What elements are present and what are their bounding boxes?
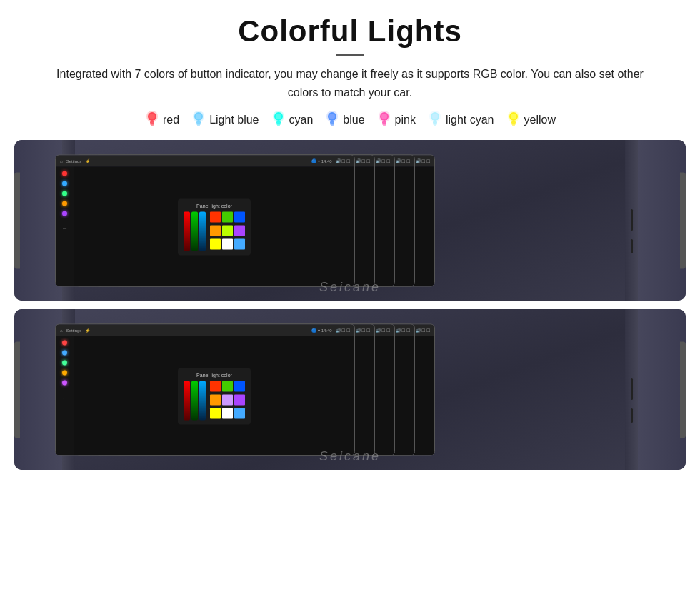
Light blue-label: Light blue: [209, 114, 259, 126]
yellow-label: yellow: [524, 114, 556, 126]
svg-rect-23: [331, 125, 334, 126]
svg-rect-16: [276, 124, 280, 125]
right-handle-bottom: [680, 341, 686, 438]
screens-area-top: ⌂ Settings ⚡🔵 ▾ 14:40 🔊 ☐ ☐←Panel light …: [75, 140, 625, 301]
svg-point-20: [329, 114, 335, 119]
cyan-label: cyan: [289, 114, 314, 126]
pink-bulb-icon: [376, 110, 392, 130]
svg-rect-22: [331, 124, 334, 125]
svg-point-32: [432, 114, 438, 119]
page-container: Colorful Lights Integrated with 7 colors…: [0, 0, 700, 485]
svg-point-38: [511, 114, 516, 119]
svg-point-26: [381, 114, 387, 119]
svg-point-8: [196, 114, 201, 119]
svg-point-2: [149, 114, 155, 119]
cyan-bulb-icon: [271, 110, 286, 130]
svg-rect-9: [196, 121, 201, 124]
title-divider: [336, 54, 364, 56]
left-handle-bottom: [14, 341, 20, 438]
color-item-light-cyan: light cyan: [427, 110, 494, 130]
pink-label: pink: [395, 114, 416, 126]
svg-rect-40: [511, 124, 515, 125]
color-item-blue: blue: [324, 110, 364, 130]
screens-area-bottom: ⌂ Settings ⚡🔵 ▾ 14:40 🔊 ☐ ☐←Panel light …: [75, 309, 625, 470]
bottom-car-display: ⌂ Settings ⚡🔵 ▾ 14:40 🔊 ☐ ☐←Panel light …: [14, 309, 686, 470]
yellow-bulb-icon: [506, 110, 521, 130]
red-bulb-icon: [144, 110, 160, 130]
svg-point-14: [276, 114, 281, 119]
svg-rect-11: [197, 125, 200, 126]
svg-rect-33: [433, 121, 437, 124]
svg-rect-5: [151, 125, 154, 126]
sidebar-0: ←: [56, 336, 74, 455]
right-handle: [680, 172, 686, 268]
svg-rect-21: [330, 121, 334, 124]
svg-rect-39: [511, 121, 516, 124]
svg-rect-27: [382, 121, 386, 124]
car-body-right-bottom: [625, 309, 686, 470]
color-item-yellow: yellow: [506, 110, 556, 130]
blue-label: blue: [343, 114, 364, 126]
colors-row: red Light blue cyan: [14, 110, 686, 130]
color-item-red: red: [144, 110, 179, 130]
svg-rect-17: [277, 125, 280, 126]
red-label: red: [163, 114, 179, 126]
sidebar-0: ←: [56, 166, 74, 286]
svg-rect-3: [150, 121, 154, 124]
light cyan-label: light cyan: [446, 114, 494, 126]
svg-rect-10: [197, 124, 201, 125]
svg-rect-28: [382, 124, 386, 125]
main-screen-0: Panel light color: [74, 166, 354, 286]
screen-card-0: ⌂ Settings ⚡🔵 ▾ 14:40 🔊 ☐ ☐←Panel light …: [55, 154, 355, 286]
color-item-pink: pink: [376, 110, 416, 130]
svg-rect-29: [383, 125, 386, 126]
car-body-right-top: [625, 140, 686, 301]
left-handle: [14, 172, 20, 268]
svg-rect-35: [434, 125, 436, 126]
top-car-display: ⌂ Settings ⚡🔵 ▾ 14:40 🔊 ☐ ☐←Panel light …: [14, 140, 686, 301]
screen-card-0: ⌂ Settings ⚡🔵 ▾ 14:40 🔊 ☐ ☐←Panel light …: [55, 323, 355, 455]
light cyan-bulb-icon: [427, 110, 443, 130]
blue-bulb-icon: [324, 110, 340, 130]
color-item-Light-blue: Light blue: [191, 110, 259, 130]
description-text: Integrated with 7 colors of button indic…: [43, 65, 657, 101]
svg-rect-34: [433, 124, 436, 125]
svg-rect-15: [276, 121, 281, 124]
main-screen-0: Panel light color: [74, 336, 354, 455]
title-section: Colorful Lights Integrated with 7 colors…: [14, 14, 686, 101]
page-title: Colorful Lights: [14, 14, 686, 49]
color-item-cyan: cyan: [271, 110, 314, 130]
svg-rect-4: [151, 124, 154, 125]
Light blue-bulb-icon: [191, 110, 206, 130]
svg-rect-41: [512, 125, 515, 126]
